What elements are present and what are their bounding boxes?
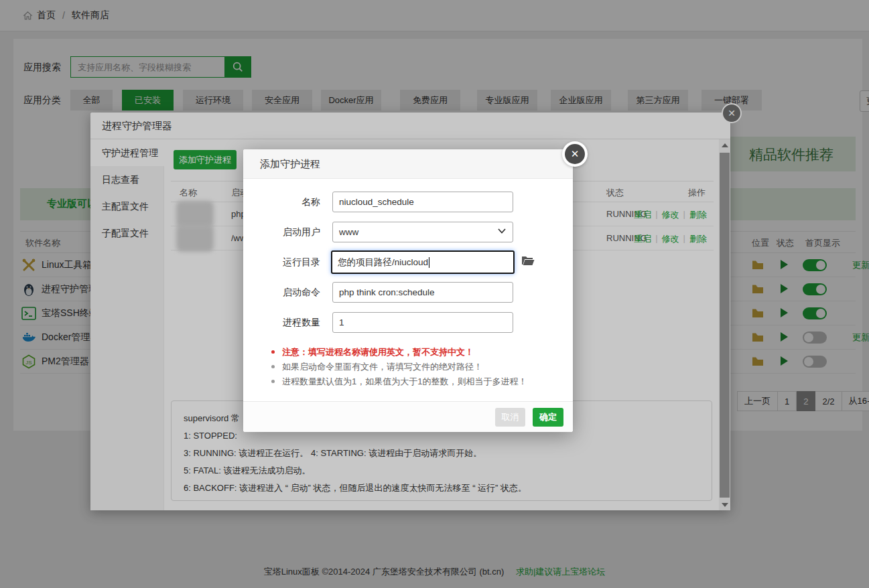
user-label: 启动用户: [243, 226, 320, 238]
close-button[interactable]: ✕: [562, 141, 588, 167]
run-user-select[interactable]: www: [332, 222, 513, 242]
count-label: 进程数量: [243, 317, 320, 329]
close-icon: ✕: [565, 144, 585, 164]
add-daemon-modal: ✕ 添加守护进程 名称 启动用户 www 运行目录 您的项目路径/niuclou…: [243, 149, 573, 432]
run-dir-input[interactable]: 您的项目路径/niucloud: [331, 250, 515, 274]
name-input[interactable]: [332, 192, 513, 212]
field-cmd: 启动命令: [243, 282, 573, 303]
note-process-count: 进程数量默认值为1，如果值为大于1的整数，则相当于多进程！: [271, 376, 527, 388]
warning-note: 注意：填写进程名称请使用英文，暂不支持中文！: [271, 346, 474, 358]
field-dir: 运行目录 您的项目路径/niucloud: [243, 252, 573, 273]
cancel-button[interactable]: 取消: [495, 408, 525, 427]
run-dir-value: 您的项目路径/niucloud: [338, 256, 428, 269]
dir-label: 运行目录: [243, 256, 320, 269]
screen: 首页 / 软件商店 应用搜索 应用分类 全部 已安装 运行环境 安全应用 Doc…: [0, 0, 869, 588]
folder-open-icon[interactable]: [521, 255, 535, 266]
add-modal-footer: 取消 确定: [243, 401, 573, 432]
name-label: 名称: [243, 196, 320, 208]
field-user: 启动用户 www: [243, 222, 573, 243]
field-name: 名称: [243, 192, 573, 213]
note-abs-path: 如果启动命令里面有文件，请填写文件的绝对路径！: [271, 361, 482, 373]
cmd-label: 启动命令: [243, 287, 320, 299]
add-modal-title: 添加守护进程: [243, 149, 573, 179]
process-count-input[interactable]: [332, 312, 513, 333]
text-caret: [429, 257, 429, 268]
confirm-button[interactable]: 确定: [533, 408, 563, 427]
start-cmd-input[interactable]: [332, 282, 513, 303]
field-count: 进程数量: [243, 312, 573, 334]
